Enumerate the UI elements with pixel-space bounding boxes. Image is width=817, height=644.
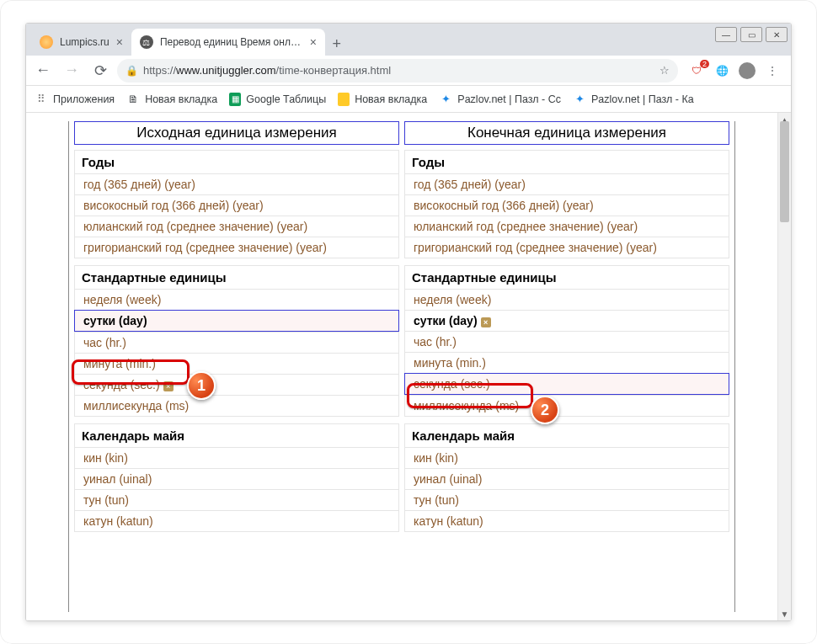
- lock-icon: 🔒: [125, 65, 138, 77]
- menu-icon[interactable]: ⋮: [764, 62, 781, 79]
- unit-second[interactable]: секунда (sec.)×: [74, 374, 399, 395]
- group-standard: Стандартные единицы: [404, 265, 729, 289]
- page-icon: 🗎: [126, 93, 140, 106]
- unit-leap-year[interactable]: високосный год (366 дней) (year): [404, 194, 729, 216]
- apps-icon: ⠿: [35, 93, 48, 106]
- scroll-down-icon[interactable]: ▼: [778, 607, 791, 620]
- favicon-unitjuggler: ⚖: [140, 35, 153, 49]
- extension-icon[interactable]: 🛡: [688, 62, 705, 79]
- tab-title: Перевод единиц Время онлайн: [160, 36, 303, 48]
- omnibox[interactable]: 🔒 https://www.unitjuggler.com/time-конве…: [117, 59, 678, 82]
- group-standard: Стандартные единицы: [74, 265, 399, 289]
- close-icon[interactable]: ×: [116, 35, 123, 49]
- delete-icon[interactable]: ×: [163, 381, 174, 391]
- unit-gregorian-year[interactable]: григорианский год (среднее значение) (ye…: [74, 237, 399, 258]
- unit-ms[interactable]: миллисекунда (ms): [404, 395, 729, 417]
- unit-uinal[interactable]: уинал (uinal): [404, 468, 729, 489]
- unit-week[interactable]: неделя (week): [404, 289, 729, 310]
- unit-julian-year[interactable]: юлианский год (среднее значение) (year): [404, 216, 729, 237]
- tab-lumpics[interactable]: Lumpics.ru ×: [31, 29, 131, 56]
- scroll-thumb[interactable]: [780, 121, 789, 222]
- unit-second-selected[interactable]: секунда (sec.): [404, 373, 729, 395]
- titlebar: Lumpics.ru × ⚖ Перевод единиц Время онла…: [26, 24, 791, 56]
- close-icon[interactable]: ×: [310, 35, 317, 49]
- apps-button[interactable]: ⠿Приложения: [35, 93, 115, 106]
- address-bar: ← → ⟳ 🔒 https://www.unitjuggler.com/time…: [26, 56, 791, 86]
- unit-hour[interactable]: час (hr.): [74, 332, 399, 353]
- tab-title: Lumpics.ru: [60, 36, 109, 48]
- bookmark-item[interactable]: ✦Pazlov.net | Пазл - Сс: [439, 93, 561, 106]
- bookmarks-bar: ⠿Приложения 🗎Новая вкладка ▦Google Табли…: [26, 86, 791, 113]
- group-maya: Календарь майя: [74, 423, 399, 447]
- unit-gregorian-year[interactable]: григорианский год (среднее значение) (ye…: [404, 237, 729, 258]
- unit-leap-year[interactable]: високосный год (366 дней) (year): [74, 194, 399, 216]
- reload-button[interactable]: ⟳: [88, 59, 112, 82]
- unit-katun[interactable]: катун (katun): [404, 510, 729, 532]
- unit-year[interactable]: год (365 дней) (year): [404, 173, 729, 194]
- unit-kin[interactable]: кин (kin): [74, 447, 399, 468]
- group-maya: Календарь майя: [404, 423, 729, 447]
- extension-icon-globe[interactable]: 🌐: [713, 62, 730, 79]
- forward-button[interactable]: →: [60, 59, 83, 82]
- unit-day-selected[interactable]: сутки (day): [74, 310, 399, 332]
- url-scheme: https://: [143, 64, 176, 77]
- url-host: www.unitjuggler.com: [176, 64, 276, 77]
- unit-year[interactable]: год (365 дней) (year): [74, 173, 399, 194]
- unit-katun[interactable]: катун (katun): [74, 510, 399, 532]
- target-header: Конечная единица измерения: [404, 121, 729, 145]
- new-tab-button[interactable]: +: [325, 32, 349, 56]
- unit-kin[interactable]: кин (kin): [404, 447, 729, 468]
- bookmark-item[interactable]: ▦Google Таблицы: [229, 93, 326, 106]
- avatar[interactable]: [739, 62, 756, 79]
- page-icon: [338, 93, 350, 106]
- unit-tun[interactable]: тун (tun): [404, 489, 729, 510]
- minimize-button[interactable]: —: [715, 27, 737, 42]
- delete-icon[interactable]: ×: [481, 317, 491, 327]
- maximize-button[interactable]: ▭: [740, 27, 762, 42]
- unit-minute[interactable]: минута (min.): [404, 352, 729, 373]
- group-years: Годы: [404, 150, 729, 173]
- unit-uinal[interactable]: уинал (uinal): [74, 468, 399, 489]
- unit-week[interactable]: неделя (week): [74, 289, 399, 310]
- sheets-icon: ▦: [229, 93, 241, 106]
- back-button[interactable]: ←: [31, 59, 55, 82]
- target-column: Конечная единица измерения Годы год (365…: [404, 121, 729, 612]
- vertical-scrollbar[interactable]: ▲ ▼: [777, 113, 791, 620]
- unit-julian-year[interactable]: юлианский год (среднее значение) (year): [74, 216, 399, 237]
- source-header: Исходная единица измерения: [74, 121, 399, 145]
- unit-ms[interactable]: миллисекунда (ms): [74, 395, 399, 417]
- unit-minute[interactable]: минута (min.): [74, 353, 399, 374]
- bookmark-item[interactable]: ✦Pazlov.net | Пазл - Ка: [573, 93, 694, 106]
- page-content: Исходная единица измерения Годы год (365…: [26, 113, 777, 620]
- close-window-button[interactable]: ✕: [766, 27, 788, 42]
- puzzle-icon: ✦: [573, 93, 586, 106]
- bookmark-item[interactable]: Новая вкладка: [338, 93, 427, 106]
- group-years: Годы: [74, 150, 399, 173]
- favicon-lumpics: [40, 35, 53, 49]
- tab-unitjuggler[interactable]: ⚖ Перевод единиц Время онлайн ×: [131, 29, 325, 56]
- bookmark-item[interactable]: 🗎Новая вкладка: [126, 93, 217, 106]
- unit-day-bold[interactable]: сутки (day)×: [404, 310, 729, 331]
- puzzle-icon: ✦: [439, 93, 452, 106]
- unit-hour[interactable]: час (hr.): [404, 331, 729, 352]
- url-path: /time-конвертация.html: [276, 64, 392, 77]
- unit-tun[interactable]: тун (tun): [74, 489, 399, 510]
- source-column: Исходная единица измерения Годы год (365…: [74, 121, 399, 612]
- bookmark-star-icon[interactable]: ☆: [659, 64, 670, 77]
